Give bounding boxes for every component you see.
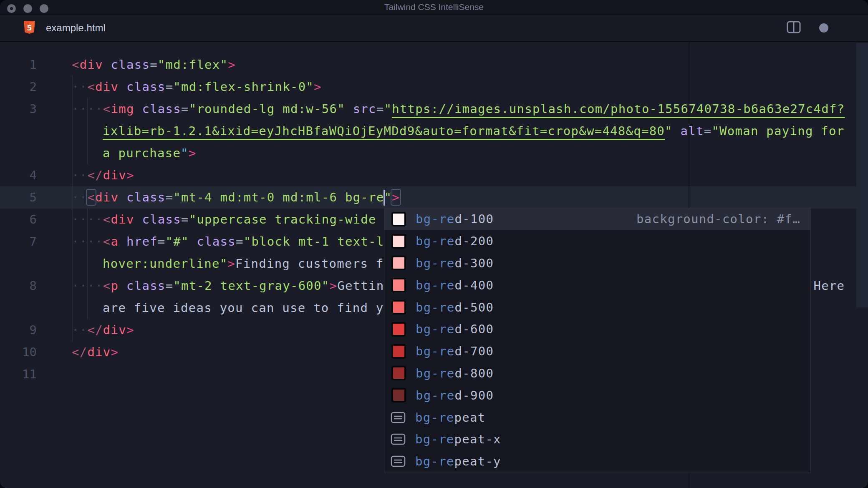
code-token: div: [80, 58, 103, 72]
tab-bar: 5 example.html: [0, 15, 868, 42]
indent-guide: [72, 142, 73, 164]
code-token: >: [189, 146, 197, 160]
completion-item[interactable]: bg-red-400: [384, 274, 810, 296]
code-token: a purchase: [103, 146, 181, 160]
split-editor-icon[interactable]: [787, 21, 801, 35]
code-token: a: [111, 234, 119, 249]
code-token: ": [384, 190, 392, 204]
property-icon: [391, 433, 406, 445]
completion-item[interactable]: bg-red-600: [384, 318, 810, 340]
code-token: div: [87, 345, 111, 359]
code-token: "#": [166, 234, 189, 249]
code-token: [134, 212, 142, 226]
line-number: 3: [0, 98, 37, 120]
code-token: ixlib=rb-1.2.1&ixid=eyJhcHBfaWQiOjEyMDd9…: [103, 124, 665, 138]
indent-guide: [72, 120, 73, 142]
completion-label: bg-repeat-x: [415, 432, 501, 446]
property-icon: [391, 455, 406, 467]
completion-item[interactable]: bg-red-900: [384, 384, 810, 406]
code-line[interactable]: ixlib=rb-1.2.1&ixid=eyJhcHBfaWQiOjEyMDd9…: [0, 120, 868, 142]
code-token: "rounded-lg md:w-56": [189, 102, 345, 116]
intellisense-popup: bg-red-100background-color: #f…bg-red-20…: [384, 208, 811, 473]
completion-label: bg-red-100: [416, 212, 494, 226]
code-token: <: [103, 279, 111, 293]
code-token: class: [126, 190, 166, 204]
indent-guide: [72, 76, 73, 98]
completion-item[interactable]: bg-repeat-y: [384, 450, 810, 473]
line-number: 1: [0, 54, 37, 76]
code-token: https://images.unsplash.com/photo-155674…: [392, 102, 845, 116]
completion-item[interactable]: bg-repeat: [384, 406, 810, 428]
app-window: Tailwind CSS IntelliSense 5 example.html: [0, 0, 868, 488]
code-token: =: [150, 58, 158, 72]
svg-text:5: 5: [27, 24, 32, 32]
color-swatch-icon: [391, 366, 406, 380]
color-swatch-icon: [391, 344, 406, 359]
code-token: ": [181, 146, 189, 160]
completion-item[interactable]: bg-repeat-x: [384, 428, 810, 450]
code-token: <: [103, 102, 111, 116]
code-line[interactable]: 3····<img class="rounded-lg md:w-56" src…: [0, 98, 868, 120]
code-token: <: [87, 80, 95, 94]
code-line[interactable]: 5··<div class="mt-4 md:mt-0 md:ml-6 bg-r…: [0, 186, 868, 209]
indent-guide: [87, 98, 88, 120]
completion-item[interactable]: bg-red-800: [384, 362, 810, 385]
completion-item[interactable]: bg-red-100background-color: #f…: [384, 208, 810, 230]
code-token: div: [103, 323, 126, 337]
code-token: "md:flex-shrink-0": [173, 80, 314, 94]
code-token: [119, 190, 126, 204]
line-number: 4: [0, 164, 37, 186]
code-token: div: [103, 168, 126, 182]
line-number: 10: [0, 341, 37, 363]
completion-label: bg-red-600: [416, 322, 494, 336]
indent-guide: [72, 164, 73, 186]
color-swatch-icon: [391, 278, 406, 292]
code-token: =: [158, 234, 166, 249]
property-icon: [391, 412, 406, 423]
completion-label: bg-red-300: [416, 256, 494, 270]
indent-guide: [72, 319, 73, 341]
code-token: [119, 80, 126, 94]
code-token: =: [704, 124, 712, 138]
completion-label: bg-repeat-y: [415, 454, 501, 468]
indent-guide: [87, 253, 88, 275]
code-token: [119, 279, 126, 293]
code-token: "mt-2 text-gray-600": [173, 279, 329, 293]
indent-guide: [87, 275, 88, 297]
code-line[interactable]: 1<div class="md:flex">: [0, 54, 868, 76]
indent-guide: [72, 275, 73, 297]
code-token: img: [111, 102, 134, 116]
indent-guide: [72, 209, 73, 231]
color-swatch-icon: [391, 300, 406, 314]
code-token: "mt-4 md:mt-0 md:ml-6 bg-re: [173, 190, 384, 204]
tab-example-html[interactable]: 5 example.html: [24, 15, 106, 41]
completion-item[interactable]: bg-red-700: [384, 340, 810, 362]
indent-guide: [87, 209, 88, 231]
completion-item[interactable]: bg-red-500: [384, 296, 810, 318]
window-title: Tailwind CSS IntelliSense: [0, 0, 868, 14]
completion-item[interactable]: bg-red-300: [384, 252, 810, 274]
code-token: =: [181, 212, 189, 226]
title-bar: Tailwind CSS IntelliSense: [0, 0, 868, 15]
code-token: >: [227, 257, 235, 271]
code-line[interactable]: a purchase">: [0, 142, 868, 164]
code-token: </: [72, 345, 87, 359]
code-token: ··: [72, 323, 87, 337]
indent-guide: [87, 120, 88, 142]
code-line[interactable]: 2··<div class="md:flex-shrink-0">: [0, 76, 868, 98]
code-token: >: [111, 345, 119, 359]
code-token: >: [228, 58, 236, 72]
code-token: hover:underline": [103, 257, 227, 271]
code-token: alt: [681, 124, 704, 138]
modified-dot-icon[interactable]: [819, 23, 828, 33]
code-line[interactable]: 4··</div>: [0, 164, 868, 186]
suggest-list: bg-red-100background-color: #f…bg-red-20…: [384, 208, 810, 473]
code-token: p: [111, 279, 119, 293]
completion-item[interactable]: bg-red-200: [384, 230, 810, 252]
completion-label: bg-red-800: [416, 366, 494, 380]
code-token: <: [103, 234, 111, 249]
code-token: class: [142, 102, 181, 116]
indent-guide: [72, 186, 73, 209]
completion-label: bg-repeat: [415, 410, 485, 425]
code-token: ··: [72, 190, 87, 204]
